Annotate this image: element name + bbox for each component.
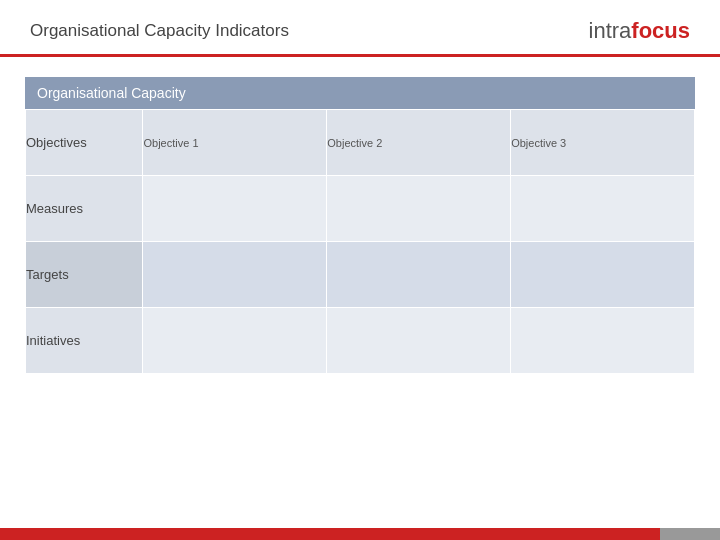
row-label-targets: Targets [26, 242, 143, 308]
targets-cell-1 [143, 242, 327, 308]
page-header: Organisational Capacity Indicators intra… [0, 0, 720, 54]
table-row: Targets [26, 242, 695, 308]
page-title: Organisational Capacity Indicators [30, 21, 289, 41]
initiatives-cell-1 [143, 308, 327, 374]
main-content: Organisational Capacity Objectives Objec… [0, 57, 720, 394]
initiatives-cell-2 [327, 308, 511, 374]
targets-cell-2 [327, 242, 511, 308]
capacity-table: Objectives Objective 1 Objective 2 Objec… [25, 109, 695, 374]
objective-1-cell: Objective 1 [143, 110, 327, 176]
logo-intra: intra [589, 18, 632, 43]
bottom-bar-red [0, 528, 660, 540]
objective-2-cell: Objective 2 [327, 110, 511, 176]
row-label-objectives: Objectives [26, 110, 143, 176]
bottom-bar [0, 528, 720, 540]
targets-cell-3 [511, 242, 695, 308]
logo-focus: focus [631, 18, 690, 43]
measures-cell-3 [511, 176, 695, 242]
row-label-initiatives: Initiatives [26, 308, 143, 374]
table-row: Measures [26, 176, 695, 242]
measures-cell-1 [143, 176, 327, 242]
objective-3-cell: Objective 3 [511, 110, 695, 176]
bottom-bar-gray [660, 528, 720, 540]
table-row: Objectives Objective 1 Objective 2 Objec… [26, 110, 695, 176]
section-header: Organisational Capacity [25, 77, 695, 109]
measures-cell-2 [327, 176, 511, 242]
table-row: Initiatives [26, 308, 695, 374]
initiatives-cell-3 [511, 308, 695, 374]
logo: intrafocus [589, 18, 690, 44]
row-label-measures: Measures [26, 176, 143, 242]
